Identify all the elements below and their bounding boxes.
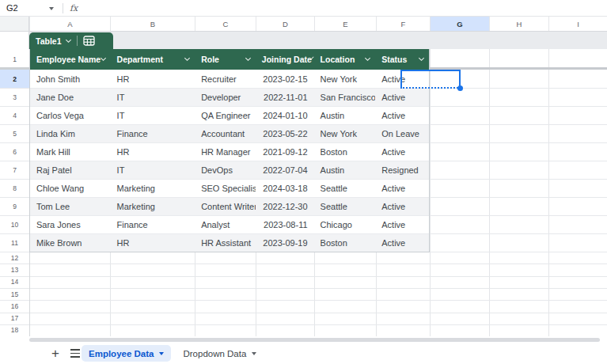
table-cell[interactable]: 2024-01-10: [256, 107, 314, 124]
chevron-down-icon[interactable]: [66, 36, 71, 42]
table-header-department[interactable]: Department: [111, 49, 195, 70]
sheet-tab-dropdown-data[interactable]: Dropdown Data: [176, 345, 264, 362]
table-cell[interactable]: Marketing: [111, 180, 195, 197]
table-cell[interactable]: Mark Hill: [30, 143, 111, 161]
sheet-grid[interactable]: 123456789101112131415161718 Employee Nam…: [0, 49, 607, 336]
table-cell[interactable]: 2023-08-11: [256, 216, 314, 233]
row-header-5[interactable]: 5: [0, 124, 29, 142]
column-header-G[interactable]: G: [430, 17, 489, 31]
chevron-down-icon[interactable]: [184, 55, 190, 61]
table-cell[interactable]: John Smith: [30, 70, 111, 88]
table-cell[interactable]: HR: [111, 234, 195, 252]
table-grid-icon[interactable]: [83, 36, 95, 46]
table-name-pill[interactable]: Table1: [29, 32, 113, 49]
table-cell[interactable]: SEO Specialist: [195, 180, 256, 197]
row-header-7[interactable]: 7: [0, 161, 29, 179]
table-cell[interactable]: HR Manager: [195, 143, 256, 161]
table-cell[interactable]: Boston: [314, 143, 376, 161]
table-cell[interactable]: New York: [314, 125, 376, 142]
table-cell[interactable]: Active: [375, 180, 429, 197]
row-header-2[interactable]: 2: [0, 70, 29, 88]
table-cell[interactable]: Active: [375, 216, 429, 233]
table-cell[interactable]: IT: [111, 89, 195, 106]
table-header-employee-name[interactable]: Employee Name: [30, 49, 111, 70]
tab-dropdown-icon[interactable]: [252, 352, 256, 355]
row-header-11[interactable]: 11: [0, 233, 29, 252]
table-cell[interactable]: Active: [375, 89, 429, 106]
chevron-down-icon[interactable]: [419, 55, 424, 61]
table-cell[interactable]: QA Engineer: [195, 107, 256, 124]
row-header-8[interactable]: 8: [0, 179, 29, 197]
column-header-B[interactable]: B: [110, 17, 195, 31]
table-cell[interactable]: Content Writer: [195, 198, 256, 215]
table-cell[interactable]: 2023-05-22: [256, 125, 314, 142]
table-cell[interactable]: 2024-03-18: [256, 180, 314, 197]
fill-handle[interactable]: [457, 85, 463, 91]
row-header-18[interactable]: 18: [0, 324, 29, 336]
table-cell[interactable]: Austin: [314, 107, 376, 124]
column-header-C[interactable]: C: [195, 17, 256, 31]
row-header-1[interactable]: 1: [0, 49, 29, 70]
table-cell[interactable]: Tom Lee: [30, 198, 111, 215]
table-cell[interactable]: Recruiter: [195, 70, 256, 88]
row-header-6[interactable]: 6: [0, 142, 29, 161]
table-cell[interactable]: Seattle: [314, 180, 376, 197]
table-cell[interactable]: New York: [314, 70, 376, 88]
row-header-13[interactable]: 13: [0, 264, 29, 275]
table-cell[interactable]: Carlos Vega: [30, 107, 111, 124]
table-cell[interactable]: Boston: [314, 234, 376, 252]
fx-icon[interactable]: fx: [70, 0, 78, 16]
table-header-joining-date[interactable]: Joining Date: [256, 49, 314, 70]
table-header-location[interactable]: Location: [314, 49, 376, 70]
table-cell[interactable]: Marketing: [111, 198, 195, 215]
sheet-tab-employee-data[interactable]: Employee Data: [82, 345, 171, 362]
table-cell[interactable]: HR Assistant: [195, 234, 256, 252]
table-cell[interactable]: 2022-11-01: [256, 89, 314, 106]
table-cell[interactable]: 2021-09-12: [256, 143, 314, 161]
table-cell[interactable]: Accountant: [195, 125, 256, 142]
table-cell[interactable]: Jane Doe: [30, 89, 111, 106]
column-header-A[interactable]: A: [29, 17, 110, 31]
table-cell[interactable]: Analyst: [195, 216, 256, 233]
table-cell[interactable]: HR: [111, 143, 195, 161]
row-header-15[interactable]: 15: [0, 288, 29, 300]
table-cell[interactable]: 2023-02-15: [256, 70, 314, 88]
table-cell[interactable]: Chloe Wang: [30, 180, 111, 197]
table-header-status[interactable]: Status: [375, 49, 429, 70]
row-header-4[interactable]: 4: [0, 106, 29, 124]
table-cell[interactable]: 2022-07-04: [256, 161, 314, 179]
table-cell[interactable]: Active: [375, 107, 429, 124]
chevron-down-icon[interactable]: [101, 55, 106, 61]
table-cell[interactable]: Chicago: [314, 216, 376, 233]
table-cell[interactable]: DevOps: [195, 161, 256, 179]
row-header-16[interactable]: 16: [0, 300, 29, 312]
table-cell[interactable]: Active: [375, 143, 429, 161]
table-cell[interactable]: IT: [111, 161, 195, 179]
table-cell[interactable]: Linda Kim: [30, 125, 111, 142]
row-header-12[interactable]: 12: [0, 252, 29, 264]
column-header-D[interactable]: D: [256, 17, 314, 31]
chevron-down-icon[interactable]: [365, 55, 370, 61]
select-all-corner[interactable]: [0, 17, 29, 31]
row-header-14[interactable]: 14: [0, 276, 29, 288]
row-header-10[interactable]: 10: [0, 215, 29, 233]
table-cell[interactable]: Active: [375, 234, 429, 252]
table-cell[interactable]: 2023-09-19: [256, 234, 314, 252]
table-cell[interactable]: Mike Brown: [30, 234, 111, 252]
table-cell[interactable]: Active: [375, 198, 429, 215]
table-cell[interactable]: Finance: [111, 125, 195, 142]
table-cell[interactable]: On Leave: [375, 125, 429, 142]
table-cell[interactable]: Finance: [111, 216, 195, 233]
column-header-E[interactable]: E: [314, 17, 376, 31]
column-header-H[interactable]: H: [489, 17, 548, 31]
tab-dropdown-icon[interactable]: [159, 352, 164, 355]
chevron-down-icon[interactable]: [245, 55, 251, 61]
table-cell[interactable]: Developer: [195, 89, 256, 106]
table-cell[interactable]: 2022-12-30: [256, 198, 314, 215]
horizontal-scrollbar-thumb[interactable]: [29, 338, 600, 342]
table-cell[interactable]: San Francisco: [314, 89, 376, 106]
table-cell[interactable]: Active: [375, 70, 429, 88]
table-cell[interactable]: Austin: [314, 161, 376, 179]
name-box-dropdown-icon[interactable]: [49, 7, 54, 10]
row-header-3[interactable]: 3: [0, 88, 29, 106]
